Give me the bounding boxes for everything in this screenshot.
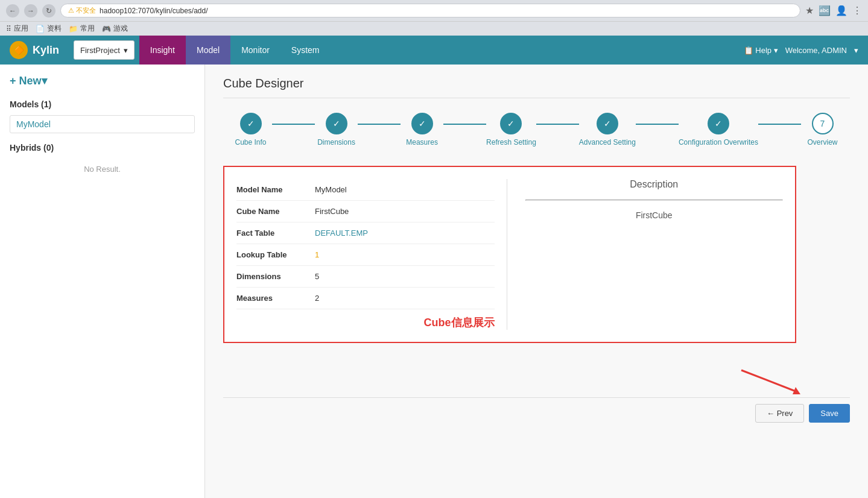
lookup-table-value: 1 [315, 250, 319, 259]
games-icon: 🎮 [102, 25, 111, 33]
step-6-circle: ✓ [708, 113, 729, 134]
step-6-label: Configuration Overwrites [679, 138, 758, 147]
step-1-circle: ✓ [240, 113, 262, 134]
step-2-label: Dimensions [317, 138, 355, 147]
new-button[interactable]: + New▾ [10, 74, 195, 87]
connector-4 [536, 124, 579, 125]
connector-5 [636, 124, 679, 125]
step-config: ✓ Configuration Overwrites [679, 113, 758, 147]
security-warning: ⚠ 不安全 [68, 6, 96, 15]
arrow-area [223, 361, 850, 397]
bookmark-common[interactable]: 📁 常用 [69, 24, 95, 34]
models-section-title: Models (1) [10, 99, 195, 109]
step-measures: ✓ Measures [401, 113, 443, 147]
step-7-label: Overview [808, 138, 838, 147]
nav-links: Insight Model Monitor System [139, 36, 331, 65]
fact-table-value[interactable]: DEFAULT.EMP [315, 229, 368, 238]
nav-monitor[interactable]: Monitor [230, 36, 280, 65]
step-2-circle: ✓ [326, 113, 347, 134]
model-name-label: Model Name [236, 185, 315, 194]
info-row-model-name: Model Name MyModel [236, 179, 495, 201]
save-button[interactable]: Save [809, 404, 850, 423]
nav-insight[interactable]: Insight [139, 36, 186, 65]
connector-3 [443, 124, 486, 125]
lookup-table-label: Lookup Table [236, 250, 315, 259]
url-text: hadoop102:7070/kylin/cubes/add/ [100, 7, 207, 15]
data-icon: 📄 [36, 25, 45, 33]
connector-1 [272, 124, 315, 125]
dimensions-label: Dimensions [236, 272, 315, 281]
back-btn[interactable]: ← [6, 4, 19, 17]
step-4-label: Refresh Setting [486, 138, 536, 147]
cube-designer-title: Cube Designer [223, 77, 850, 98]
description-value: FirstCube [525, 210, 784, 220]
brand-logo: 🔶 Kylin [0, 36, 69, 65]
bookmark-data[interactable]: 📄 资料 [36, 24, 62, 34]
address-bar[interactable]: ⚠ 不安全 hadoop102:7070/kylin/cubes/add/ [60, 4, 800, 17]
sidebar: + New▾ Models (1) MyModel Hybrids (0) No… [0, 65, 205, 498]
step-cube-info: ✓ Cube Info [229, 113, 272, 147]
step-7-circle: 7 [812, 113, 834, 134]
model-name-value: MyModel [315, 185, 347, 194]
step-5-label: Advanced Setting [579, 138, 636, 147]
step-refresh: ✓ Refresh Setting [486, 113, 536, 147]
connector-6 [758, 124, 801, 125]
user-info[interactable]: Welcome, ADMIN [785, 46, 847, 55]
bookmark-games[interactable]: 🎮 游戏 [102, 24, 128, 34]
project-selector[interactable]: FirstProject ▾ [74, 40, 135, 60]
measures-label: Measures [236, 294, 315, 303]
project-name: FirstProject [80, 46, 120, 55]
description-title: Description [525, 179, 784, 190]
apps-icon: ⠿ [6, 25, 11, 33]
main-layout: + New▾ Models (1) MyModel Hybrids (0) No… [0, 65, 868, 498]
info-grid: Model Name MyModel Cube Name FirstCube F… [236, 179, 783, 330]
button-area: ← Prev Save [223, 397, 850, 423]
help-link[interactable]: 📋 Help ▾ [744, 46, 778, 55]
step-3-label: Measures [406, 138, 438, 147]
kylin-logo-icon: 🔶 [10, 41, 28, 59]
fact-table-label: Fact Table [236, 229, 315, 238]
user-dropdown-icon: ▾ [854, 46, 858, 55]
info-row-cube-name: Cube Name FirstCube [236, 201, 495, 222]
content-area: Cube Designer ✓ Cube Info ✓ Dimensions ✓… [205, 65, 868, 498]
nav-model[interactable]: Model [186, 36, 230, 65]
measures-value: 2 [315, 294, 319, 303]
brand-name: Kylin [33, 44, 59, 57]
red-arrow-annotation [735, 364, 808, 397]
refresh-btn[interactable]: ↻ [42, 4, 55, 17]
cube-name-label: Cube Name [236, 207, 315, 216]
nav-system[interactable]: System [280, 36, 331, 65]
common-label: 常用 [80, 24, 95, 34]
model-item-mymodel[interactable]: MyModel [10, 115, 195, 133]
info-box: Model Name MyModel Cube Name FirstCube F… [223, 166, 796, 343]
browser-chrome: ← → ↻ ⚠ 不安全 hadoop102:7070/kylin/cubes/a… [0, 0, 868, 21]
stepper: ✓ Cube Info ✓ Dimensions ✓ Measures ✓ Re… [223, 113, 850, 147]
navbar-right: 📋 Help ▾ Welcome, ADMIN ▾ [744, 36, 868, 65]
forward-btn[interactable]: → [24, 4, 37, 17]
cube-name-value: FirstCube [315, 207, 349, 216]
menu-btn[interactable]: ⋮ [852, 5, 862, 16]
hybrids-section-title: Hybrids (0) [10, 143, 195, 153]
step-advanced: ✓ Advanced Setting [579, 113, 636, 147]
prev-button[interactable]: ← Prev [755, 404, 804, 423]
step-5-circle: ✓ [597, 113, 618, 134]
info-row-fact-table: Fact Table DEFAULT.EMP [236, 222, 495, 244]
profile-btn[interactable]: 👤 [835, 5, 847, 16]
info-left: Model Name MyModel Cube Name FirstCube F… [236, 179, 507, 330]
svg-line-0 [741, 370, 796, 391]
connector-2 [358, 124, 401, 125]
browser-actions: ★ 🔤 👤 ⋮ [805, 5, 862, 16]
info-row-lookup-table: Lookup Table 1 [236, 244, 495, 266]
data-label: 资料 [47, 24, 62, 34]
translate-btn[interactable]: 🔤 [819, 5, 831, 16]
no-result-text: No Result. [10, 165, 195, 174]
games-label: 游戏 [113, 24, 128, 34]
dropdown-icon: ▾ [124, 46, 128, 55]
bookmark-apps[interactable]: ⠿ 应用 [6, 24, 28, 34]
step-3-circle: ✓ [411, 113, 433, 134]
info-right: Description FirstCube [507, 179, 784, 330]
step-dimensions: ✓ Dimensions [315, 113, 358, 147]
bookmark-btn[interactable]: ★ [805, 5, 814, 16]
info-row-measures: Measures 2 [236, 288, 495, 309]
apps-label: 应用 [14, 24, 28, 34]
